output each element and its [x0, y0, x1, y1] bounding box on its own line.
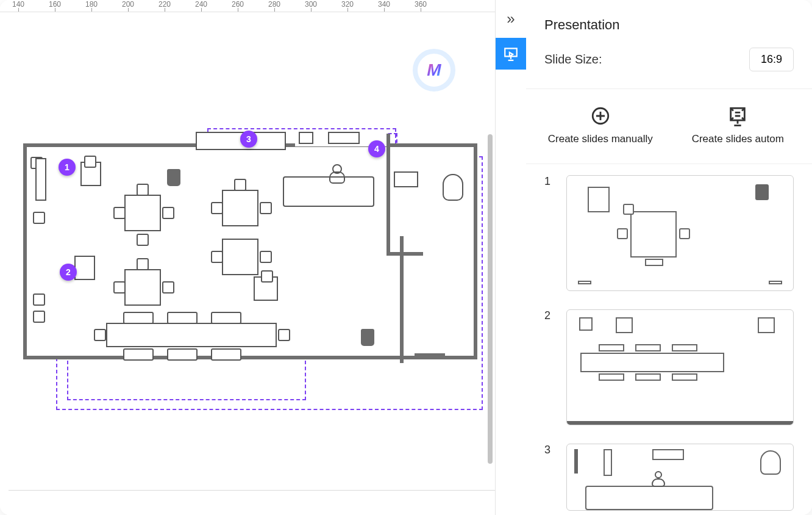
chair[interactable] — [278, 329, 290, 341]
chair[interactable] — [33, 212, 45, 224]
vertical-scrollbar[interactable] — [488, 134, 493, 464]
ruler-tick: 240 — [183, 0, 219, 12]
slide-thumbnail[interactable] — [566, 309, 794, 425]
plus-circle-icon — [589, 105, 611, 127]
person-icon — [327, 164, 345, 182]
slide-item[interactable]: 2 — [544, 309, 794, 425]
drawing-canvas[interactable]: M — [0, 12, 495, 515]
chair[interactable] — [113, 207, 126, 219]
dining-table[interactable] — [222, 190, 258, 226]
slide-item[interactable]: 1 — [544, 175, 794, 291]
chair[interactable] — [137, 258, 149, 270]
create-manual-label: Create slides manually — [548, 133, 653, 145]
horizontal-ruler: 140 160 180 200 220 240 260 280 300 320 … — [0, 0, 495, 12]
chair[interactable] — [162, 281, 174, 294]
bench-seat[interactable] — [167, 348, 198, 361]
chair[interactable] — [33, 294, 45, 306]
ruler-tick: 320 — [329, 0, 366, 12]
chair[interactable] — [162, 207, 174, 219]
bench-seat[interactable] — [211, 312, 241, 324]
slide-size-label: Slide Size: — [544, 52, 602, 67]
bench[interactable] — [35, 158, 46, 201]
chair[interactable] — [211, 251, 223, 263]
create-slides-auto-button[interactable]: Create slides autom — [672, 105, 804, 145]
dining-table[interactable] — [124, 269, 161, 306]
canvas-area[interactable]: 140 160 180 200 220 240 260 280 300 320 … — [0, 0, 495, 515]
create-auto-label: Create slides autom — [692, 133, 784, 145]
bench-seat[interactable] — [211, 348, 241, 361]
ruler-tick: 260 — [219, 0, 256, 12]
side-rail: » — [496, 0, 526, 515]
chair[interactable] — [84, 156, 96, 168]
brand-logo-icon: M — [427, 60, 441, 80]
slide-number: 1 — [544, 175, 555, 188]
floor-plan[interactable] — [23, 143, 477, 359]
wall — [400, 236, 404, 363]
ruler-tick: 160 — [37, 0, 73, 12]
sink[interactable] — [394, 171, 418, 187]
chair[interactable] — [137, 234, 149, 246]
presentation-tab[interactable] — [496, 38, 526, 70]
presentation-icon — [503, 46, 519, 62]
auto-frame-icon — [727, 105, 749, 127]
ruler-tick: 340 — [366, 0, 402, 12]
create-slides-manually-button[interactable]: Create slides manually — [535, 105, 666, 145]
slide-item[interactable]: 3 — [544, 444, 794, 511]
trash-bin[interactable] — [167, 169, 180, 186]
small-table[interactable] — [74, 256, 95, 280]
slide-marker-4[interactable]: 4 — [368, 140, 385, 157]
bench-seat[interactable] — [123, 348, 154, 361]
wall — [386, 134, 390, 256]
slide-size-select[interactable]: 16:9 — [749, 48, 794, 71]
slide-marker-2[interactable]: 2 — [60, 264, 77, 281]
stove[interactable] — [328, 132, 360, 144]
chair[interactable] — [234, 179, 246, 191]
slide-number: 2 — [544, 309, 555, 322]
chair[interactable] — [94, 329, 106, 341]
ruler-tick: 220 — [146, 0, 183, 12]
slide-thumbnail[interactable] — [566, 175, 794, 291]
slide-size-row: Slide Size: 16:9 — [526, 48, 812, 89]
bench-seat[interactable] — [167, 312, 198, 324]
ruler-tick: 300 — [293, 0, 329, 12]
slide-number: 3 — [544, 444, 555, 456]
collapse-panel-button[interactable]: » — [496, 0, 526, 38]
bench-seat[interactable] — [123, 312, 154, 324]
brand-watermark: M — [413, 49, 455, 92]
ruler-tick: 140 — [0, 0, 37, 12]
chair[interactable] — [260, 202, 272, 214]
chair[interactable] — [137, 184, 149, 196]
panel-body: Presentation Slide Size: 16:9 Create sli… — [526, 0, 812, 515]
chair[interactable] — [261, 270, 273, 283]
app-window: 140 160 180 200 220 240 260 280 300 320 … — [0, 0, 812, 515]
slide-list[interactable]: 1 2 — [526, 164, 812, 515]
slide-thumbnail[interactable] — [566, 444, 794, 511]
ruler-tick: 200 — [110, 0, 146, 12]
chair[interactable] — [113, 281, 126, 294]
side-panel: » Presentation Slide Size: 16:9 Create s… — [495, 0, 812, 515]
door[interactable] — [415, 353, 445, 358]
chair[interactable] — [260, 251, 272, 263]
panel-title: Presentation — [526, 0, 812, 48]
ruler-tick: 360 — [402, 0, 439, 12]
create-slides-row: Create slides manually Create slides aut… — [526, 89, 812, 164]
slide-marker-1[interactable]: 1 — [59, 159, 76, 176]
dining-table[interactable] — [222, 239, 258, 275]
toilet[interactable] — [443, 174, 463, 201]
ruler-tick: 280 — [256, 0, 293, 12]
slide-marker-3[interactable]: 3 — [240, 131, 257, 148]
trash-bin[interactable] — [361, 329, 374, 346]
banquet-table[interactable] — [106, 323, 277, 347]
chair[interactable] — [211, 202, 223, 214]
dining-table[interactable] — [124, 195, 161, 231]
page-boundary — [9, 490, 495, 491]
ruler-tick: 180 — [73, 0, 110, 12]
appliance[interactable] — [299, 132, 313, 144]
chevron-right-double-icon: » — [507, 10, 515, 27]
wall — [386, 252, 423, 256]
chair[interactable] — [33, 311, 45, 323]
